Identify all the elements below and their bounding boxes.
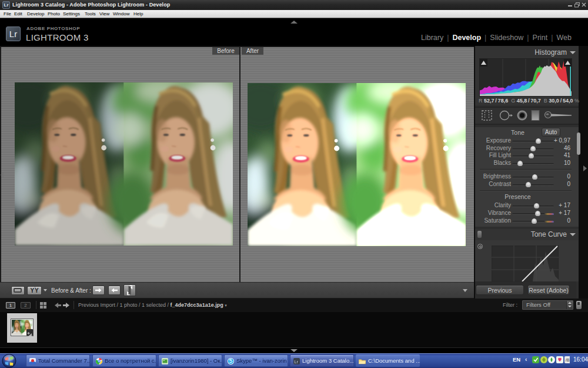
svg-text:Lr: Lr	[295, 360, 299, 364]
svg-text:/B: /B	[566, 357, 570, 363]
